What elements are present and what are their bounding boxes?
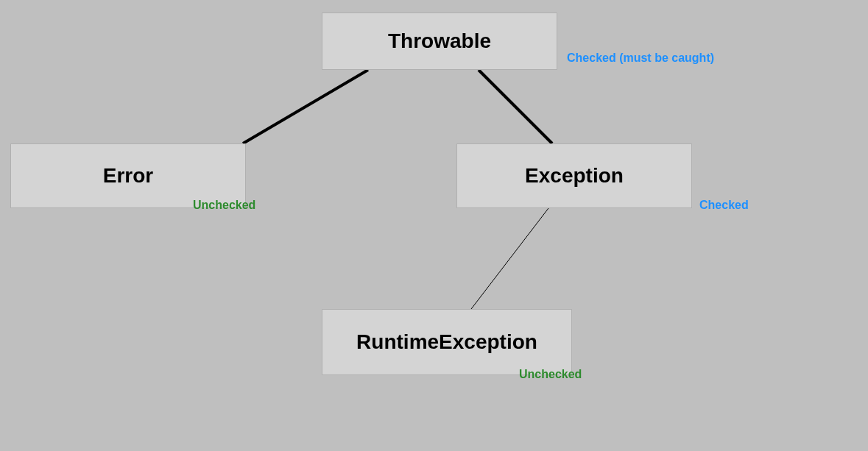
node-runtime-exception: RuntimeException: [322, 309, 572, 375]
annotation-throwable: Checked (must be caught): [567, 52, 714, 65]
annotation-exception: Checked: [699, 199, 749, 212]
node-error-label: Error: [103, 164, 153, 188]
node-exception-label: Exception: [525, 164, 624, 188]
node-exception: Exception: [456, 143, 692, 208]
annotation-runtime-exception: Unchecked: [519, 368, 582, 381]
annotation-error: Unchecked: [193, 199, 255, 212]
edge-throwable-exception: [479, 70, 552, 143]
node-runtime-exception-label: RuntimeException: [356, 330, 537, 354]
edge-exception-runtime: [471, 208, 548, 309]
node-throwable-label: Throwable: [388, 29, 491, 53]
node-throwable: Throwable: [322, 13, 557, 70]
edge-throwable-error: [243, 70, 368, 143]
